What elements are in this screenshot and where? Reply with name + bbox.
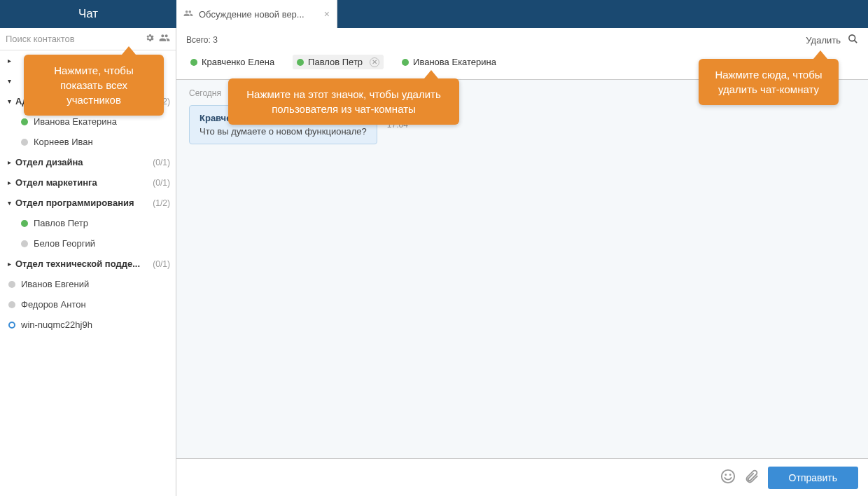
tree-group-marketing[interactable]: Отдел маркетинга (0/1) xyxy=(0,172,176,193)
group-icon xyxy=(183,8,193,20)
messages-area: Сегодня Кравченко Елена Что вы думаете о… xyxy=(176,80,868,458)
search-icon[interactable] xyxy=(848,34,858,46)
search-row xyxy=(0,28,176,50)
chevron-right-icon xyxy=(6,158,13,166)
status-online-icon xyxy=(297,59,304,66)
send-button[interactable]: Отправить xyxy=(768,467,858,489)
status-offline-icon xyxy=(21,240,28,247)
tab-discussion[interactable]: Обсуждение новой вер... × xyxy=(176,0,337,28)
contact-item[interactable]: Иванов Евгений xyxy=(0,274,176,294)
chevron-down-icon xyxy=(6,199,13,207)
participants-total: Всего: 3 xyxy=(186,35,806,45)
header-title: Чат xyxy=(0,0,176,28)
callout-show-participants: Нажмите, чтобы показать всех участников xyxy=(24,55,164,116)
contact-tree: Администрация (1/2) Иванова Екатерина Ко… xyxy=(0,50,176,496)
message-text: Что вы думаете о новом функционале? xyxy=(200,126,367,137)
tree-group-design[interactable]: Отдел дизайна (0/1) xyxy=(0,152,176,172)
participant-chip[interactable]: Иванова Екатерина xyxy=(398,55,500,69)
remove-participant-icon[interactable]: ✕ xyxy=(370,57,379,67)
participant-name: Кравченко Елена xyxy=(202,57,274,67)
chevron-right-icon xyxy=(6,179,13,186)
contact-item[interactable]: win-nuqmc22hj9h xyxy=(0,315,176,335)
contact-item[interactable]: Павлов Петр xyxy=(0,213,176,233)
participant-name: Павлов Петр xyxy=(308,57,363,67)
status-offline-icon xyxy=(8,281,15,288)
search-input[interactable] xyxy=(6,34,141,44)
status-circle-icon xyxy=(8,322,15,329)
participant-name: Иванова Екатерина xyxy=(413,57,496,67)
status-online-icon xyxy=(402,59,409,66)
contact-item[interactable]: Белов Георгий xyxy=(0,233,176,254)
callout-delete-room: Нажмите сюда, чтобы удалить чат-комнату xyxy=(699,59,839,105)
attachment-icon[interactable] xyxy=(744,469,760,486)
status-online-icon xyxy=(21,118,28,125)
tab-label: Обсуждение новой вер... xyxy=(199,9,318,20)
composer: Отправить xyxy=(176,458,868,496)
status-online-icon xyxy=(21,220,28,227)
status-online-icon xyxy=(190,59,197,66)
app-header: Чат Обсуждение новой вер... × xyxy=(0,0,868,28)
tree-group-programming[interactable]: Отдел программирования (1/2) xyxy=(0,193,176,213)
contact-item[interactable]: Корнеев Иван xyxy=(0,132,176,152)
svg-line-1 xyxy=(854,40,857,43)
gear-icon[interactable] xyxy=(145,33,155,45)
chevron-down-icon xyxy=(6,77,13,85)
tree-group-support[interactable]: Отдел технической подде... (0/1) xyxy=(0,254,176,274)
close-icon[interactable]: × xyxy=(324,8,330,20)
svg-point-3 xyxy=(724,474,727,476)
add-group-icon[interactable] xyxy=(159,32,170,46)
status-offline-icon xyxy=(8,301,15,308)
delete-room-link[interactable]: Удалить xyxy=(806,35,841,46)
participant-chip[interactable]: Павлов Петр ✕ xyxy=(293,55,384,69)
chevron-right-icon xyxy=(6,57,13,64)
emoji-icon[interactable] xyxy=(720,469,736,486)
svg-point-4 xyxy=(729,474,731,476)
contact-item[interactable]: Федоров Антон xyxy=(0,294,176,315)
callout-remove-user: Нажмите на этот значок, чтобы удалить по… xyxy=(228,78,459,125)
chevron-right-icon xyxy=(6,260,13,268)
status-offline-icon xyxy=(21,139,28,146)
chevron-down-icon xyxy=(6,97,13,105)
participant-chip[interactable]: Кравченко Елена xyxy=(186,55,279,69)
svg-point-2 xyxy=(721,470,734,483)
svg-point-0 xyxy=(849,35,855,41)
